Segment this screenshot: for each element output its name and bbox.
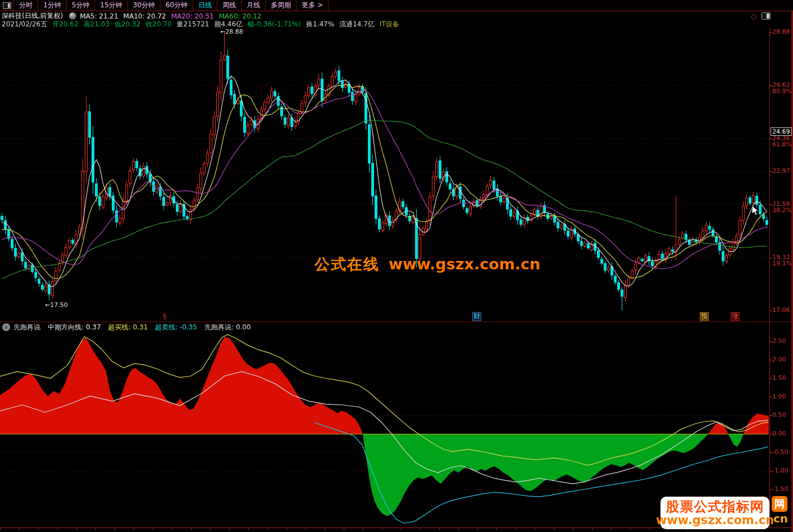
period-toolbar: 分时1分钟5分钟15分钟30分钟60分钟日线周线月线多周期更多 > [0, 0, 793, 11]
quote-segment-0: 2021/02/26五 [2, 20, 47, 29]
ma-value-2: MA10: 20.72 [124, 12, 166, 20]
axis-tick [769, 310, 772, 311]
sub-axis-tick [769, 397, 772, 397]
period-tabs: 分时1分钟5分钟15分钟30分钟60分钟日线周线月线多周期更多 > [14, 0, 329, 11]
diamond-icon[interactable]: ◇ [750, 11, 757, 21]
price-axis-line [769, 28, 770, 528]
peak-price-annotation: ←28.88 [220, 28, 243, 35]
sub-axis-label-1.50: 1.50 [772, 375, 786, 382]
quote-segment-6: 额4.46亿 [214, 20, 243, 29]
window-toggle-button[interactable] [0, 0, 14, 11]
ma-value-3: MA20: 20.51 [171, 12, 214, 20]
indicator-param-2: 超卖线: -0.35 [155, 323, 197, 332]
indicator-name[interactable]: 先跑再说 [13, 323, 40, 332]
center-watermark: 公式在线www.gszx.com.cn [315, 254, 540, 274]
sub-axis-tick [769, 360, 772, 360]
quote-info-row: 2021/02/26五开20.62高21.03低20.32收20.70量2157… [2, 20, 404, 28]
period-tab-7[interactable]: 周线 [217, 0, 241, 11]
indicator-param-1: 超买线: 0.31 [108, 323, 148, 332]
sub-axis-tick [769, 471, 772, 471]
sub-axis-label-2.50: 2.50 [772, 338, 786, 345]
window-icon [3, 2, 11, 9]
axis-label-22.97: 22.97 [772, 168, 790, 175]
quote-segment-5: 量215721 [177, 20, 209, 29]
period-tab-3[interactable]: 15分钟 [95, 0, 127, 11]
chevron-down-icon[interactable]: ∨ [2, 323, 10, 331]
period-tab-5[interactable]: 60分钟 [161, 0, 193, 11]
indicator-params: 中期方向线: 0.37超买线: 0.31超卖线: -0.35先跑再说: 0.00 [48, 323, 258, 332]
sub-axis-label--1.50: -1.50 [772, 486, 788, 493]
tdx-stock-app-window: 分时1分钟5分钟15分钟30分钟60分钟日线周线月线多周期更多 > 复权叠加历史… [0, 0, 793, 532]
badge-title: 股票公式指标网 [666, 499, 764, 514]
period-tab-2[interactable]: 5分钟 [67, 0, 95, 11]
badge-url: www.gszx.com.cn [656, 514, 774, 527]
sub-axis-label-2.00: 2.00 [772, 356, 786, 363]
period-tab-6[interactable]: 日线 [193, 0, 217, 11]
axis-tick [769, 32, 772, 33]
quote-segment-3: 低20.32 [115, 20, 140, 29]
axis-label-38.2%: 38.2% [772, 207, 792, 214]
axis-tick [769, 171, 772, 172]
ma-value-4: MA60: 20.12 [219, 12, 262, 20]
axis-tick [769, 258, 772, 258]
sub-axis-label--0.50: -0.50 [772, 449, 788, 456]
indicator-param-0: 中期方向线: 0.37 [48, 323, 101, 332]
event-marker-预[interactable]: 预 [700, 312, 709, 321]
event-marker-涨[interactable]: 涨 [731, 312, 740, 321]
quote-segment-2: 高21.03 [84, 20, 110, 29]
axis-label-80.9%: 80.9% [772, 88, 792, 95]
period-tab-8[interactable]: 月线 [241, 0, 266, 11]
bottom-axis-ticks [0, 528, 769, 530]
trough-price-annotation: ←17.50 [45, 301, 68, 309]
watermark-badge: 股票公式指标网 www.gszx.com.cn [660, 497, 769, 529]
panel-layout-icon[interactable] [762, 12, 771, 20]
quote-segment-10: IT设备 [380, 20, 399, 29]
clock-icon[interactable] [69, 12, 76, 20]
sub-axis-tick [769, 434, 772, 434]
sub-axis-label--1.00: -1.00 [772, 467, 788, 474]
period-tab-10[interactable]: 更多 > [297, 0, 329, 11]
period-tab-1[interactable]: 1分钟 [38, 0, 67, 11]
event-marker-§[interactable]: § [162, 312, 167, 320]
axis-tick [769, 85, 772, 86]
quote-segment-7: 幅-0.36(-1.71%) [248, 20, 301, 29]
axis-label-61.8%: 61.8% [772, 141, 792, 148]
event-marker-财[interactable]: 财 [472, 312, 481, 321]
period-tab-9[interactable]: 多周期 [266, 0, 297, 11]
quote-segment-9: 流通14.7亿 [339, 20, 375, 29]
axis-tick [769, 204, 772, 205]
watermark-url-text: www.gszx.com.cn [389, 255, 540, 273]
sub-axis-label-1.00: 1.00 [772, 393, 786, 400]
period-tab-0[interactable]: 分时 [14, 0, 38, 11]
sub-axis-tick [769, 452, 772, 453]
indicator-header-row: ∨ 先跑再说 中期方向线: 0.37超买线: 0.31超卖线: -0.35先跑再… [2, 323, 258, 332]
period-tab-4[interactable]: 30分钟 [128, 0, 161, 11]
axis-label-28.88: 28.88 [772, 29, 790, 35]
indicator-param-3: 先跑再说: 0.00 [204, 323, 251, 332]
mouse-cursor-icon [751, 205, 759, 218]
sub-axis-tick [769, 378, 772, 379]
axis-label-19.1%: 19.1% [772, 260, 792, 267]
site-logo-icon: 网 [772, 496, 787, 512]
sub-axis-tick [769, 341, 772, 342]
ma-values: MA5: 21.21MA10: 20.72MA20: 20.51MA60: 20… [80, 12, 267, 20]
quote-segment-8: 换1.47% [306, 20, 334, 29]
site-logo-cn: cn [773, 512, 788, 525]
quote-segment-1: 开20.62 [52, 20, 78, 29]
ma-value-1: MA5: 21.21 [80, 12, 118, 20]
quote-segment-4: 收20.70 [145, 20, 171, 29]
sub-axis-tick [769, 489, 772, 490]
sub-axis-label-0.00: 0.00 [772, 430, 786, 437]
indicator-chart-canvas[interactable] [0, 332, 769, 528]
sub-axis-tick [769, 415, 772, 416]
sub-axis-label-0.50: 0.50 [772, 412, 786, 419]
watermark-cn-text: 公式在线 [315, 255, 380, 273]
axis-label-17.06: 17.06 [772, 307, 790, 314]
axis-tick [769, 139, 772, 139]
